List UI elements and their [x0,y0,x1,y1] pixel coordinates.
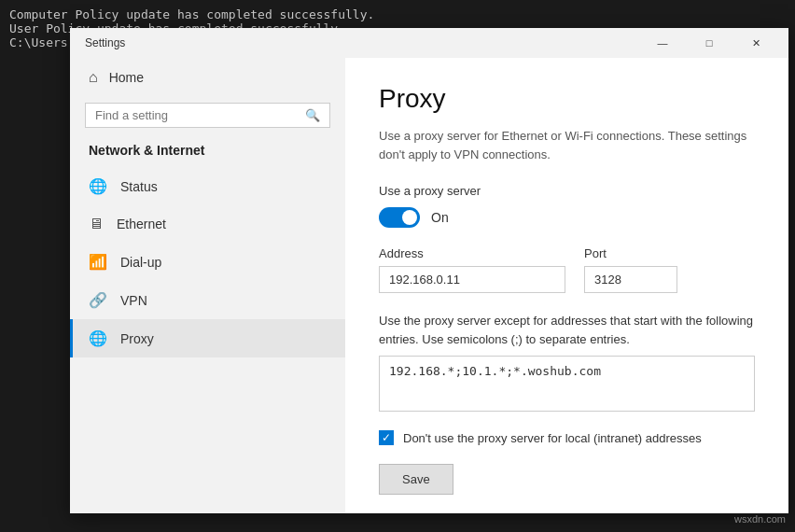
toggle-state-label: On [431,210,449,225]
description: Use a proxy server for Ethernet or Wi-Fi… [379,127,755,163]
toggle-row: On [379,207,755,228]
sidebar-item-label-proxy: Proxy [120,331,154,346]
port-field-group: Port [584,246,677,293]
sidebar-item-label-vpn: VPN [120,293,147,308]
main-content: Proxy Use a proxy server for Ethernet or… [345,58,788,513]
fields-row: Address Port [379,246,755,293]
sidebar-item-label-dialup: Dial-up [120,255,161,270]
address-field-group: Address [379,246,565,293]
ethernet-icon: 🖥 [89,216,104,232]
watermark: wsxdn.com [734,513,786,525]
sidebar-item-status[interactable]: 🌐 Status [70,167,345,205]
sidebar-item-label-ethernet: Ethernet [117,217,166,231]
sidebar-item-label-status: Status [120,179,158,194]
address-label: Address [379,246,565,260]
close-button[interactable]: ✕ [734,28,777,58]
proxy-section-label: Use a proxy server [379,184,755,198]
window-controls: — □ ✕ [641,28,777,58]
dialup-icon: 📶 [89,253,107,271]
search-input[interactable] [95,108,298,122]
proxy-icon: 🌐 [89,329,107,347]
port-label: Port [584,246,677,260]
minimize-button[interactable]: — [641,28,684,58]
address-input[interactable] [379,266,565,293]
sidebar: ⌂ Home 🔍 Network & Internet 🌐 Status 🖥 E… [70,58,345,513]
toggle-knob [402,210,417,225]
sidebar-home-item[interactable]: ⌂ Home [70,58,345,97]
sidebar-item-proxy[interactable]: 🌐 Proxy [70,319,345,357]
sidebar-item-ethernet[interactable]: 🖥 Ethernet [70,205,345,243]
home-label: Home [109,70,144,85]
proxy-toggle[interactable] [379,207,420,228]
settings-body: ⌂ Home 🔍 Network & Internet 🌐 Status 🖥 E… [70,58,788,513]
title-bar: Settings — □ ✕ [70,28,788,58]
exceptions-label: Use the proxy server except for addresse… [379,312,755,348]
checkbox-row: ✓ Don't use the proxy server for local (… [379,430,755,445]
search-icon: 🔍 [305,108,320,122]
port-input[interactable] [584,266,677,293]
maximize-button[interactable]: □ [688,28,731,58]
sidebar-section-title: Network & Internet [70,139,345,167]
exceptions-textarea[interactable]: 192.168.*;10.1.*;*.woshub.com [379,356,755,412]
settings-window: Settings — □ ✕ ⌂ Home 🔍 Network & Intern… [70,28,788,513]
status-icon: 🌐 [89,177,107,195]
window-title: Settings [85,36,125,49]
local-addresses-checkbox[interactable]: ✓ [379,430,394,445]
sidebar-item-dialup[interactable]: 📶 Dial-up [70,243,345,281]
terminal-line1: Computer Policy update has completed suc… [9,7,786,21]
checkmark-icon: ✓ [382,431,391,444]
save-button[interactable]: Save [379,464,453,495]
home-icon: ⌂ [89,69,98,86]
sidebar-item-vpn[interactable]: 🔗 VPN [70,281,345,319]
page-title: Proxy [379,84,755,114]
checkbox-label: Don't use the proxy server for local (in… [403,431,702,445]
vpn-icon: 🔗 [89,291,107,309]
search-box: 🔍 [85,103,330,128]
